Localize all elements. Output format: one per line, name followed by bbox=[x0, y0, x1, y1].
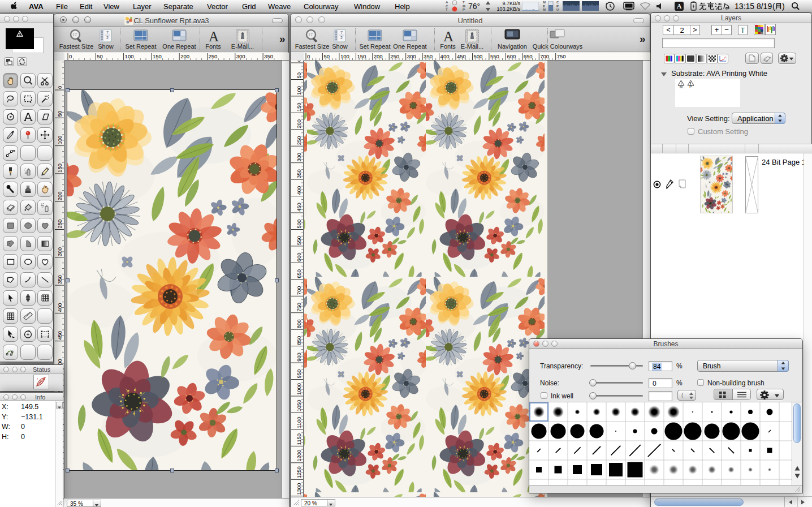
svg-text:700: 700 bbox=[540, 53, 549, 59]
svg-text:0: 0 bbox=[307, 53, 310, 59]
svg-text:400: 400 bbox=[440, 53, 450, 59]
svg-text:900: 900 bbox=[296, 353, 302, 362]
svg-text:250: 250 bbox=[209, 53, 218, 59]
svg-text:650: 650 bbox=[524, 53, 533, 59]
svg-text:600: 600 bbox=[296, 253, 302, 262]
svg-text:250: 250 bbox=[390, 53, 399, 59]
svg-text:650: 650 bbox=[296, 269, 302, 278]
svg-text:1250: 1250 bbox=[296, 466, 302, 478]
svg-text:200: 200 bbox=[57, 191, 63, 200]
svg-text:1200: 1200 bbox=[296, 450, 302, 462]
svg-text:350: 350 bbox=[264, 53, 273, 59]
svg-text:17: 17 bbox=[308, 33, 313, 37]
svg-text:800: 800 bbox=[296, 319, 302, 328]
svg-text:300: 300 bbox=[407, 53, 416, 59]
svg-text:700: 700 bbox=[296, 286, 302, 295]
svg-text:100: 100 bbox=[340, 53, 349, 59]
svg-text:17: 17 bbox=[72, 33, 77, 37]
svg-text:450: 450 bbox=[57, 331, 63, 340]
svg-text:1300: 1300 bbox=[296, 483, 302, 495]
svg-text:450: 450 bbox=[457, 53, 466, 59]
svg-text:1050: 1050 bbox=[296, 399, 302, 411]
svg-text:150: 150 bbox=[296, 103, 302, 112]
svg-text:250: 250 bbox=[296, 136, 302, 145]
svg-text:450: 450 bbox=[296, 203, 302, 212]
svg-text:1000: 1000 bbox=[296, 383, 302, 395]
svg-text:150: 150 bbox=[153, 53, 162, 59]
svg-text:500: 500 bbox=[296, 220, 302, 229]
svg-text:350: 350 bbox=[57, 275, 63, 284]
svg-text:950: 950 bbox=[296, 369, 302, 379]
svg-text:500: 500 bbox=[474, 53, 483, 59]
svg-text:50: 50 bbox=[57, 111, 63, 117]
svg-text:550: 550 bbox=[296, 236, 302, 245]
svg-text:400: 400 bbox=[296, 186, 302, 195]
svg-text:250: 250 bbox=[57, 220, 63, 229]
svg-text:300: 300 bbox=[236, 53, 245, 59]
svg-text:300: 300 bbox=[57, 247, 63, 256]
svg-text:350: 350 bbox=[296, 169, 302, 178]
svg-text:150: 150 bbox=[357, 53, 366, 59]
svg-text:2: 2 bbox=[106, 36, 109, 40]
svg-text:200: 200 bbox=[296, 119, 302, 128]
svg-text:7: 7 bbox=[106, 31, 109, 35]
svg-text:100: 100 bbox=[125, 53, 134, 59]
svg-text:750: 750 bbox=[557, 53, 566, 59]
svg-text:0: 0 bbox=[296, 61, 302, 62]
svg-text:1100: 1100 bbox=[296, 416, 302, 428]
svg-text:0: 0 bbox=[69, 53, 72, 59]
svg-text:100: 100 bbox=[296, 86, 302, 95]
svg-text:50: 50 bbox=[97, 53, 103, 59]
svg-text:100: 100 bbox=[57, 136, 63, 145]
svg-text:850: 850 bbox=[296, 336, 302, 345]
svg-text:350: 350 bbox=[424, 53, 433, 59]
svg-text:600: 600 bbox=[507, 53, 516, 59]
svg-text:400: 400 bbox=[57, 303, 63, 312]
svg-text:M: M bbox=[680, 85, 683, 88]
svg-text:50: 50 bbox=[296, 72, 302, 79]
svg-text:750: 750 bbox=[296, 303, 302, 312]
svg-text:550: 550 bbox=[490, 53, 499, 59]
svg-text:200: 200 bbox=[374, 53, 383, 59]
svg-text:300: 300 bbox=[296, 153, 302, 162]
svg-text:200: 200 bbox=[180, 53, 189, 59]
svg-text:1150: 1150 bbox=[296, 433, 302, 445]
svg-text:0: 0 bbox=[57, 86, 63, 89]
svg-text:P: P bbox=[689, 85, 692, 88]
svg-text:50: 50 bbox=[324, 53, 330, 59]
svg-text:2: 2 bbox=[340, 36, 343, 40]
svg-text:7: 7 bbox=[340, 31, 343, 35]
svg-text:150: 150 bbox=[57, 164, 63, 173]
